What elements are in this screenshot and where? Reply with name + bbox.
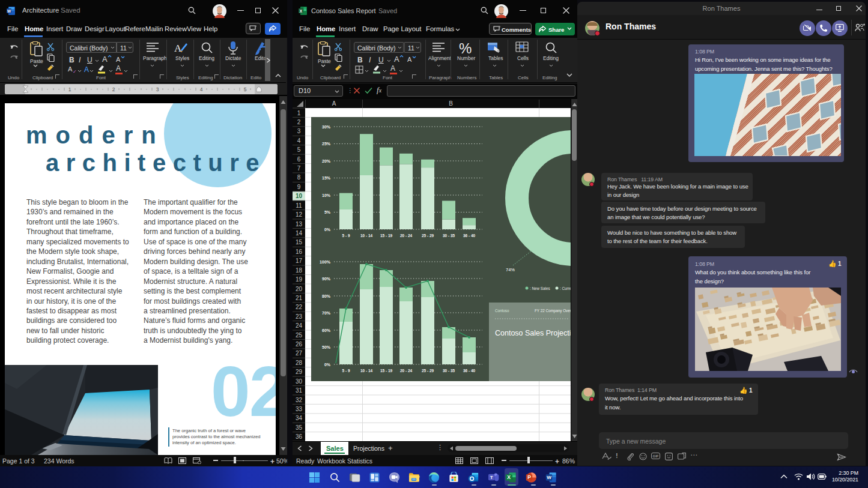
svg-text:X: X [300,9,303,13]
svg-text:A: A [174,43,182,54]
svg-text:T: T [490,475,493,480]
svg-text:: New Sales: : New Sales [530,286,550,291]
svg-text:36 - 40: 36 - 40 [463,233,476,238]
svg-text:15 - 19: 15 - 19 [380,369,393,373]
svg-text:5%: 5% [324,210,331,214]
svg-text:0%: 0% [324,227,331,232]
svg-text:W: W [7,9,11,13]
svg-text:1: 1 [68,86,71,92]
svg-text:FY 22 Company Over: FY 22 Company Over [535,309,571,313]
svg-text:10 - 14: 10 - 14 [360,233,373,238]
svg-text:5: 5 [244,86,247,92]
svg-text:: Curre: : Curre [560,286,571,291]
svg-text:90%: 90% [322,277,331,281]
svg-text:30 - 35: 30 - 35 [443,233,455,238]
svg-text:X: X [507,474,511,480]
svg-text:30 - 35: 30 - 35 [443,369,455,373]
svg-text:74%: 74% [506,267,515,273]
svg-text:60%: 60% [322,328,331,333]
svg-text:W: W [547,475,551,480]
svg-text:20 - 24: 20 - 24 [400,369,413,373]
svg-text:5 - 9: 5 - 9 [342,369,350,373]
svg-text:25%: 25% [322,142,331,146]
svg-text:2: 2 [112,86,115,92]
svg-text:3: 3 [156,86,159,92]
svg-text:15 - 19: 15 - 19 [380,233,393,238]
svg-text:5 - 9: 5 - 9 [342,233,350,238]
svg-text:0%: 0% [324,363,331,367]
svg-text:80%: 80% [322,294,331,298]
svg-text:Contoso: Contoso [495,309,509,313]
svg-text:100%: 100% [320,260,331,264]
svg-text:50%: 50% [322,345,331,349]
svg-text:10%: 10% [322,193,331,197]
svg-text:30%: 30% [322,125,331,129]
svg-text:Contoso Sales Projectio: Contoso Sales Projectio [495,329,571,337]
svg-text:36 - 40: 36 - 40 [463,369,476,373]
svg-text:15%: 15% [322,176,331,180]
svg-text:20%: 20% [322,159,331,163]
svg-text:70%: 70% [322,311,331,315]
svg-text:10 - 14: 10 - 14 [360,369,373,373]
svg-text:25 - 29: 25 - 29 [422,233,434,238]
svg-text:P: P [527,474,531,480]
svg-text:4: 4 [200,86,203,92]
svg-text:20 - 24: 20 - 24 [400,233,413,238]
svg-text:25 - 29: 25 - 29 [422,369,434,373]
